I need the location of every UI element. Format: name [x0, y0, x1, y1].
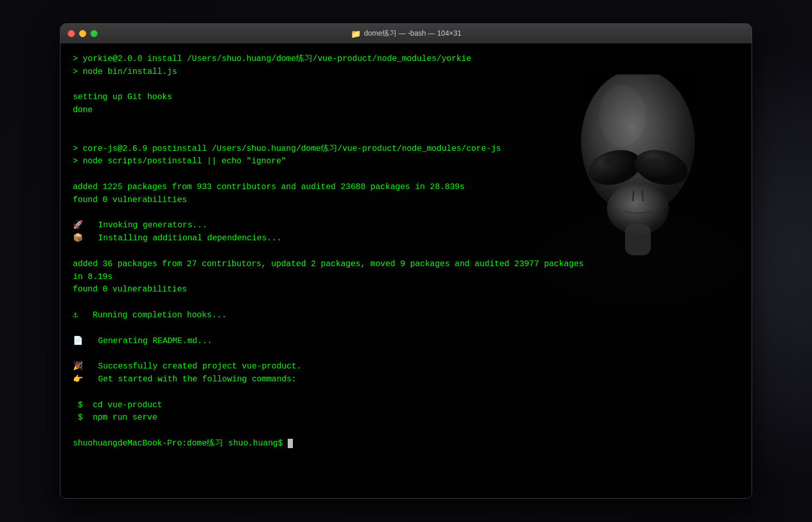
terminal-line [73, 347, 739, 360]
terminal-line [73, 79, 739, 91]
cursor [288, 439, 293, 448]
terminal-line: 🎉 Successfully created project vue-produ… [73, 360, 739, 373]
terminal-line [73, 322, 739, 335]
terminal-line: added 1225 packages from 933 contributor… [73, 181, 739, 194]
terminal-body[interactable]: > yorkie@2.0.0 install /Users/shuo.huang… [60, 43, 752, 498]
terminal-line: 📄 Generating README.md... [73, 335, 739, 348]
terminal-line: $ npm run serve [73, 411, 739, 424]
terminal-line: 👉 Get started with the following command… [73, 373, 739, 386]
maximize-button[interactable] [90, 30, 98, 37]
terminal-line: found 0 vulnerabilities [73, 283, 739, 296]
window-title: 📁 dome练习 — -bash — 104×31 [351, 29, 462, 39]
terminal-line: in 8.19s [73, 271, 739, 284]
terminal-line [73, 296, 739, 309]
terminal-line: 🚀 Invoking generators... [73, 219, 739, 232]
traffic-lights [68, 30, 98, 37]
terminal-line [73, 130, 739, 143]
terminal-line: > yorkie@2.0.0 install /Users/shuo.huang… [73, 53, 739, 66]
terminal-line [73, 424, 739, 437]
terminal-line [73, 117, 739, 130]
terminal-line: setting up Git hooks [73, 91, 739, 104]
terminal-window: 📁 dome练习 — -bash — 104×31 [60, 23, 752, 499]
terminal-line: > node scripts/postinstall || echo "igno… [73, 155, 739, 168]
terminal-line: done [73, 104, 739, 117]
title-bar: 📁 dome练习 — -bash — 104×31 [60, 24, 752, 43]
close-button[interactable] [68, 30, 75, 37]
terminal-line: > core-js@2.6.9 postinstall /Users/shuo.… [73, 143, 739, 156]
terminal-content: > yorkie@2.0.0 install /Users/shuo.huang… [73, 53, 739, 450]
terminal-line [73, 207, 739, 220]
terminal-line: added 36 packages from 27 contributors, … [73, 258, 739, 271]
window-title-text: dome练习 — -bash — 104×31 [364, 29, 462, 38]
terminal-line: 📦 Installing additional dependencies... [73, 232, 739, 245]
terminal-line [73, 168, 739, 181]
terminal-line [73, 245, 739, 258]
minimize-button[interactable] [79, 30, 86, 37]
folder-icon: 📁 [351, 29, 361, 39]
terminal-line: ⚓️ Running completion hooks... [73, 309, 739, 322]
terminal-line: found 0 vulnerabilities [73, 194, 739, 207]
terminal-line: $ cd vue-product [73, 399, 739, 412]
terminal-prompt-line: shuohuangdeMacBook-Pro:dome练习 shuo.huang… [73, 437, 739, 450]
terminal-line: > node bin/install.js [73, 66, 739, 79]
terminal-line [73, 386, 739, 399]
